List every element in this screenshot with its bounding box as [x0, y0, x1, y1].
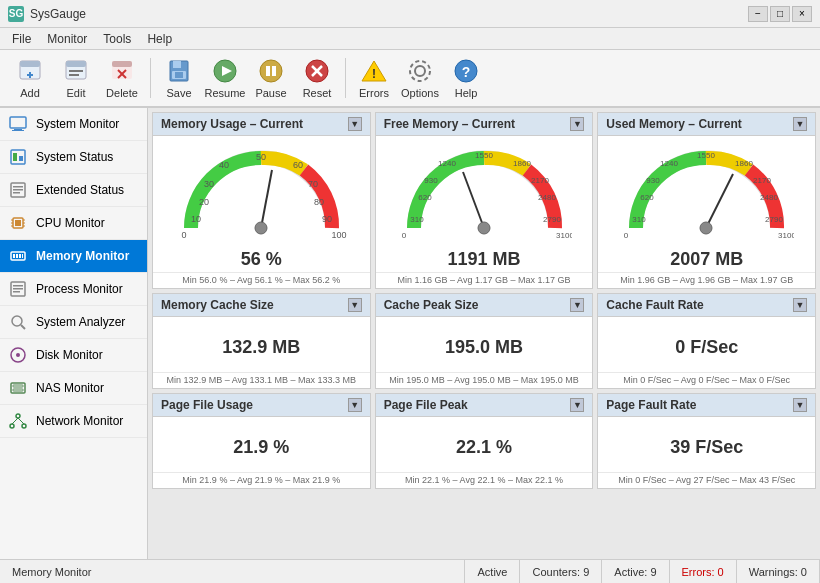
save-icon	[165, 57, 193, 85]
add-button[interactable]: Add	[8, 53, 52, 103]
svg-point-66	[22, 424, 26, 428]
svg-text:620: 620	[418, 193, 432, 202]
app-title: SysGauge	[30, 7, 748, 21]
svg-text:1550: 1550	[697, 151, 715, 160]
free-memory-title: Free Memory – Current	[384, 117, 515, 131]
options-button[interactable]: Options	[398, 53, 442, 103]
svg-text:620: 620	[640, 193, 654, 202]
used-memory-dropdown[interactable]: ▼	[793, 117, 807, 131]
menu-help[interactable]: Help	[139, 30, 180, 48]
svg-point-60	[16, 353, 20, 357]
menu-monitor[interactable]: Monitor	[39, 30, 95, 48]
memory-cache-size-dropdown[interactable]: ▼	[348, 298, 362, 312]
sidebar-item-memory-monitor[interactable]: Memory Monitor	[0, 240, 147, 273]
page-fault-rate-dropdown[interactable]: ▼	[793, 398, 807, 412]
svg-rect-13	[173, 61, 181, 68]
cache-peak-size-footer: Min 195.0 MB – Avg 195.0 MB – Max 195.0 …	[376, 372, 593, 388]
memory-cache-size-body: 132.9 MB	[153, 317, 370, 372]
cache-peak-size-panel: Cache Peak Size ▼ 195.0 MB Min 195.0 MB …	[375, 293, 594, 389]
menu-tools[interactable]: Tools	[95, 30, 139, 48]
cache-fault-rate-panel: Cache Fault Rate ▼ 0 F/Sec Min 0 F/Sec –…	[597, 293, 816, 389]
statusbar-monitor: Memory Monitor	[0, 560, 465, 583]
errors-button[interactable]: ! Errors	[352, 53, 396, 103]
memory-cache-size-panel: Memory Cache Size ▼ 132.9 MB Min 132.9 M…	[152, 293, 371, 389]
svg-line-81	[261, 170, 272, 228]
free-memory-footer: Min 1.16 GB – Avg 1.17 GB – Max 1.17 GB	[376, 272, 593, 288]
help-button[interactable]: ? Help	[444, 53, 488, 103]
sidebar-item-disk-monitor[interactable]: Disk Monitor	[0, 339, 147, 372]
cpu-monitor-icon	[8, 213, 28, 233]
page-file-usage-dropdown[interactable]: ▼	[348, 398, 362, 412]
sidebar-item-system-status-label: System Status	[36, 150, 113, 164]
page-file-peak-title: Page File Peak	[384, 398, 468, 412]
svg-rect-63	[13, 389, 23, 391]
cache-panels-row: Memory Cache Size ▼ 132.9 MB Min 132.9 M…	[152, 293, 816, 389]
reset-button[interactable]: Reset	[295, 53, 339, 103]
edit-button[interactable]: Edit	[54, 53, 98, 103]
cache-peak-size-dropdown[interactable]: ▼	[570, 298, 584, 312]
sidebar-item-extended-status[interactable]: Extended Status	[0, 174, 147, 207]
edit-label: Edit	[67, 87, 86, 99]
svg-text:1240: 1240	[438, 159, 456, 168]
sidebar-item-nas-monitor[interactable]: NAS Monitor	[0, 372, 147, 405]
sidebar-item-system-analyzer[interactable]: System Analyzer	[0, 306, 147, 339]
page-file-usage-title: Page File Usage	[161, 398, 253, 412]
svg-rect-30	[10, 117, 26, 128]
free-memory-dropdown[interactable]: ▼	[570, 117, 584, 131]
app-icon: SG	[8, 6, 24, 22]
svg-text:!: !	[372, 67, 376, 81]
svg-line-109	[706, 174, 733, 228]
svg-text:2480: 2480	[538, 193, 556, 202]
page-file-peak-header: Page File Peak ▼	[376, 394, 593, 417]
page-file-peak-panel: Page File Peak ▼ 22.1 % Min 22.1 % – Avg…	[375, 393, 594, 489]
menu-file[interactable]: File	[4, 30, 39, 48]
sidebar-item-network-monitor[interactable]: Network Monitor	[0, 405, 147, 438]
maximize-button[interactable]: □	[770, 6, 790, 22]
used-memory-header: Used Memory – Current ▼	[598, 113, 815, 136]
sidebar-item-cpu-monitor[interactable]: CPU Monitor	[0, 207, 147, 240]
pagefile-panels-row: Page File Usage ▼ 21.9 % Min 21.9 % – Av…	[152, 393, 816, 489]
titlebar: SG SysGauge − □ ×	[0, 0, 820, 28]
resume-button[interactable]: Resume	[203, 53, 247, 103]
delete-button[interactable]: Delete	[100, 53, 144, 103]
used-memory-gauge: 0 310 620 930 1240 1550 1860 2170 2480 2…	[619, 140, 794, 245]
memory-usage-dropdown[interactable]: ▼	[348, 117, 362, 131]
svg-rect-32	[12, 130, 24, 131]
svg-rect-15	[175, 72, 183, 78]
sidebar-item-system-monitor[interactable]: System Monitor	[0, 108, 147, 141]
sidebar-item-process-monitor[interactable]: Process Monitor	[0, 273, 147, 306]
svg-line-68	[18, 418, 24, 424]
statusbar-active: Active	[465, 560, 520, 583]
save-button[interactable]: Save	[157, 53, 201, 103]
sidebar-item-system-status[interactable]: System Status	[0, 141, 147, 174]
svg-rect-51	[19, 254, 21, 258]
pause-button[interactable]: Pause	[249, 53, 293, 103]
memory-monitor-icon	[8, 246, 28, 266]
sidebar-item-cpu-monitor-label: CPU Monitor	[36, 216, 105, 230]
page-file-peak-dropdown[interactable]: ▼	[570, 398, 584, 412]
minimize-button[interactable]: −	[748, 6, 768, 22]
sidebar: System Monitor System Status Extended St…	[0, 108, 148, 559]
svg-text:80: 80	[314, 197, 324, 207]
errors-icon: !	[360, 57, 388, 85]
close-button[interactable]: ×	[792, 6, 812, 22]
edit-icon	[62, 57, 90, 85]
sidebar-item-process-monitor-label: Process Monitor	[36, 282, 123, 296]
separator2	[345, 58, 346, 98]
page-file-usage-value: 21.9 %	[233, 437, 289, 458]
used-memory-footer: Min 1.96 GB – Avg 1.96 GB – Max 1.97 GB	[598, 272, 815, 288]
cache-fault-rate-title: Cache Fault Rate	[606, 298, 703, 312]
window-controls: − □ ×	[748, 6, 812, 22]
memory-usage-panel: Memory Usage – Current ▼	[152, 112, 371, 289]
svg-point-82	[255, 222, 267, 234]
errors-label: Errors	[359, 87, 389, 99]
memory-cache-size-header: Memory Cache Size ▼	[153, 294, 370, 317]
page-fault-rate-body: 39 F/Sec	[598, 417, 815, 472]
cache-fault-rate-dropdown[interactable]: ▼	[793, 298, 807, 312]
svg-line-67	[12, 418, 18, 424]
svg-point-57	[12, 316, 22, 326]
page-fault-rate-footer: Min 0 F/Sec – Avg 27 F/Sec – Max 43 F/Se…	[598, 472, 815, 488]
memory-usage-footer: Min 56.0 % – Avg 56.1 % – Max 56.2 %	[153, 272, 370, 288]
svg-text:30: 30	[204, 179, 214, 189]
memory-cache-size-value: 132.9 MB	[222, 337, 300, 358]
